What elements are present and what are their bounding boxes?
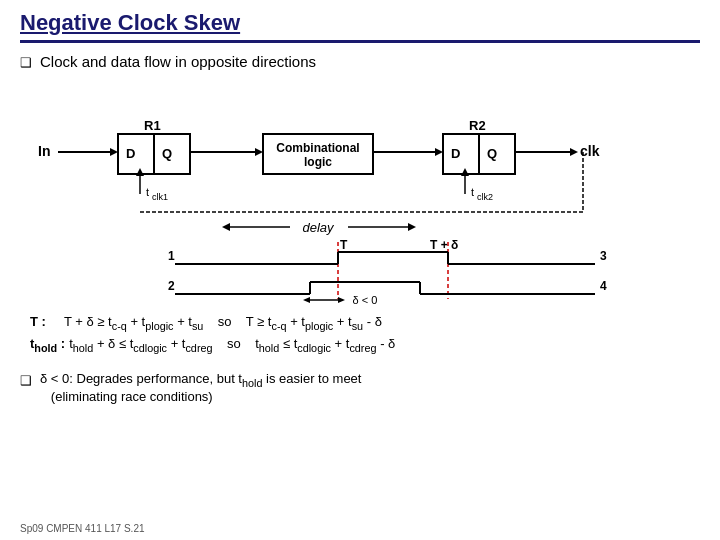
bullet-1: ❑ Clock and data flow in opposite direct… — [20, 53, 700, 70]
delta-left-arrow — [303, 297, 310, 303]
bottom-bullet-text: δ < 0: Degrades performance, but thold i… — [40, 371, 361, 404]
slide-title: Negative Clock Skew — [20, 10, 240, 35]
content-area: ❑ Clock and data flow in opposite direct… — [20, 53, 700, 404]
title-bar: Negative Clock Skew — [20, 10, 700, 43]
r1-d-label: D — [126, 146, 135, 161]
tclk1-t: t — [146, 186, 149, 198]
delay-left-arrow — [222, 223, 230, 231]
circuit-svg: In R1 D Q t clk1 — [20, 84, 700, 304]
t-equation-row: T : T + δ ≥ tc-q + tplogic + tsu so T ≥ … — [30, 314, 700, 332]
wave1-num: 1 — [168, 249, 175, 263]
T-delta-label: T + δ — [430, 238, 458, 252]
footer: Sp09 CMPEN 411 L17 S.21 — [20, 523, 145, 534]
delay-label: delay — [302, 220, 335, 235]
clk-label: clk — [580, 143, 600, 159]
r2-label: R2 — [469, 118, 486, 133]
in-arrow-head — [110, 148, 118, 156]
r1-to-comb-arrow — [255, 148, 263, 156]
tclk2-t: t — [471, 186, 474, 198]
bottom-bullet-icon: ❑ — [20, 373, 32, 388]
comb-to-r2-arrow — [435, 148, 443, 156]
wave2-num4: 4 — [600, 279, 607, 293]
bottom-bullet: ❑ δ < 0: Degrades performance, but thold… — [20, 371, 700, 404]
r2-d-label: D — [451, 146, 460, 161]
thold-colon: thold : — [30, 336, 65, 354]
wave1-num3: 3 — [600, 249, 607, 263]
in-label: In — [38, 143, 50, 159]
comb-label1: Combinational — [276, 141, 359, 155]
T-label: T — [340, 238, 348, 252]
t-eq-full: T + δ ≥ tc-q + tplogic + tsu so T ≥ tc-q… — [64, 314, 382, 332]
r1-label: R1 — [144, 118, 161, 133]
thold-equation-row: thold : thold + δ ≤ tcdlogic + tcdreg so… — [30, 336, 700, 354]
bullet-1-text: Clock and data flow in opposite directio… — [40, 53, 316, 70]
delta-right-arrow — [338, 297, 345, 303]
tclk2-sub: clk2 — [477, 192, 493, 202]
circuit-diagram: In R1 D Q t clk1 — [20, 84, 700, 304]
r1-q-label: Q — [162, 146, 172, 161]
equations-area: T : T + δ ≥ tc-q + tplogic + tsu so T ≥ … — [20, 314, 700, 357]
r2-out-arrow — [570, 148, 578, 156]
delta-label: δ < 0 — [353, 294, 378, 304]
delay-right-arrow — [408, 223, 416, 231]
slide: Negative Clock Skew ❑ Clock and data flo… — [0, 0, 720, 540]
r2-q-label: Q — [487, 146, 497, 161]
comb-label2: logic — [304, 155, 332, 169]
bullet-1-icon: ❑ — [20, 55, 32, 70]
thold-eq-full: thold + δ ≤ tcdlogic + tcdreg so thold ≤… — [69, 336, 395, 354]
tclk1-sub: clk1 — [152, 192, 168, 202]
wave2-num: 2 — [168, 279, 175, 293]
t-colon: T : — [30, 314, 60, 329]
